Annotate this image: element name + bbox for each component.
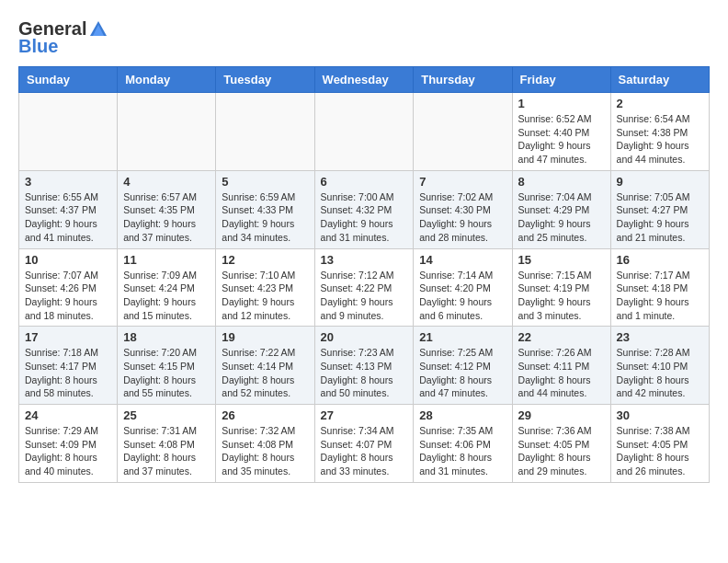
day-info: Sunrise: 6:57 AM Sunset: 4:35 PM Dayligh… xyxy=(123,190,210,245)
header-monday: Monday xyxy=(118,67,216,93)
day-info: Sunrise: 7:17 AM Sunset: 4:18 PM Dayligh… xyxy=(617,269,703,323)
calendar-day: 6Sunrise: 7:00 AM Sunset: 4:32 PM Daylig… xyxy=(314,170,414,248)
day-number: 8 xyxy=(518,175,605,189)
day-info: Sunrise: 7:02 AM Sunset: 4:30 PM Dayligh… xyxy=(419,190,506,245)
day-number: 14 xyxy=(419,253,506,267)
calendar-day: 9Sunrise: 7:05 AM Sunset: 4:27 PM Daylig… xyxy=(610,170,709,248)
day-info: Sunrise: 7:00 AM Sunset: 4:32 PM Dayligh… xyxy=(321,190,408,245)
calendar-day: 11Sunrise: 7:09 AM Sunset: 4:24 PM Dayli… xyxy=(118,248,216,327)
day-number: 3 xyxy=(25,175,111,189)
day-info: Sunrise: 7:12 AM Sunset: 4:22 PM Dayligh… xyxy=(321,269,408,323)
calendar-day: 29Sunrise: 7:36 AM Sunset: 4:05 PM Dayli… xyxy=(512,405,610,483)
calendar-day: 8Sunrise: 7:04 AM Sunset: 4:29 PM Daylig… xyxy=(512,170,610,248)
header-tuesday: Tuesday xyxy=(216,67,314,93)
day-info: Sunrise: 7:32 AM Sunset: 4:08 PM Dayligh… xyxy=(222,424,308,478)
day-number: 23 xyxy=(617,330,703,344)
page-header: General Blue xyxy=(18,18,710,57)
day-number: 27 xyxy=(321,408,408,422)
day-info: Sunrise: 7:15 AM Sunset: 4:19 PM Dayligh… xyxy=(518,269,605,323)
day-number: 25 xyxy=(123,408,210,422)
day-number: 6 xyxy=(321,175,408,189)
day-info: Sunrise: 6:59 AM Sunset: 4:33 PM Dayligh… xyxy=(222,190,308,245)
day-info: Sunrise: 6:52 AM Sunset: 4:40 PM Dayligh… xyxy=(518,112,605,167)
day-number: 17 xyxy=(25,330,111,344)
day-number: 2 xyxy=(617,97,703,110)
calendar-week-1: 1Sunrise: 6:52 AM Sunset: 4:40 PM Daylig… xyxy=(19,93,710,171)
day-info: Sunrise: 7:07 AM Sunset: 4:26 PM Dayligh… xyxy=(25,269,111,323)
day-info: Sunrise: 7:05 AM Sunset: 4:27 PM Dayligh… xyxy=(617,190,703,245)
calendar-day: 12Sunrise: 7:10 AM Sunset: 4:23 PM Dayli… xyxy=(216,248,314,327)
calendar-day: 13Sunrise: 7:12 AM Sunset: 4:22 PM Dayli… xyxy=(314,248,414,327)
calendar-day: 3Sunrise: 6:55 AM Sunset: 4:37 PM Daylig… xyxy=(19,170,118,248)
logo-icon xyxy=(88,19,108,40)
logo-blue: Blue xyxy=(18,36,58,57)
header-thursday: Thursday xyxy=(414,67,512,93)
calendar-day xyxy=(414,93,512,171)
day-info: Sunrise: 7:14 AM Sunset: 4:20 PM Dayligh… xyxy=(419,269,506,323)
day-number: 20 xyxy=(321,330,408,344)
day-info: Sunrise: 6:54 AM Sunset: 4:38 PM Dayligh… xyxy=(617,112,703,167)
calendar-week-3: 10Sunrise: 7:07 AM Sunset: 4:26 PM Dayli… xyxy=(19,248,710,327)
calendar-day xyxy=(216,93,314,171)
calendar-header-row: SundayMondayTuesdayWednesdayThursdayFrid… xyxy=(19,67,710,93)
day-info: Sunrise: 7:38 AM Sunset: 4:05 PM Dayligh… xyxy=(617,424,703,478)
day-number: 24 xyxy=(25,408,111,422)
day-info: Sunrise: 7:36 AM Sunset: 4:05 PM Dayligh… xyxy=(518,424,605,478)
day-number: 9 xyxy=(617,175,703,189)
day-number: 1 xyxy=(518,97,605,110)
day-number: 26 xyxy=(222,408,308,422)
calendar-day xyxy=(118,93,216,171)
day-number: 28 xyxy=(419,408,506,422)
calendar-day: 7Sunrise: 7:02 AM Sunset: 4:30 PM Daylig… xyxy=(414,170,512,248)
header-sunday: Sunday xyxy=(19,67,118,93)
day-number: 5 xyxy=(222,175,308,189)
day-number: 10 xyxy=(25,253,111,267)
day-number: 11 xyxy=(123,253,210,267)
day-info: Sunrise: 7:31 AM Sunset: 4:08 PM Dayligh… xyxy=(123,424,210,478)
day-number: 18 xyxy=(123,330,210,344)
day-info: Sunrise: 7:35 AM Sunset: 4:06 PM Dayligh… xyxy=(419,424,506,478)
day-number: 21 xyxy=(419,330,506,344)
calendar-week-5: 24Sunrise: 7:29 AM Sunset: 4:09 PM Dayli… xyxy=(19,405,710,483)
day-info: Sunrise: 7:25 AM Sunset: 4:12 PM Dayligh… xyxy=(419,346,506,400)
day-number: 22 xyxy=(518,330,605,344)
header-wednesday: Wednesday xyxy=(314,67,414,93)
calendar-day: 25Sunrise: 7:31 AM Sunset: 4:08 PM Dayli… xyxy=(118,405,216,483)
calendar-table: SundayMondayTuesdayWednesdayThursdayFrid… xyxy=(18,66,710,483)
calendar-day: 23Sunrise: 7:28 AM Sunset: 4:10 PM Dayli… xyxy=(610,327,709,405)
calendar-day: 28Sunrise: 7:35 AM Sunset: 4:06 PM Dayli… xyxy=(414,405,512,483)
day-info: Sunrise: 7:28 AM Sunset: 4:10 PM Dayligh… xyxy=(617,346,703,400)
calendar-day: 16Sunrise: 7:17 AM Sunset: 4:18 PM Dayli… xyxy=(610,248,709,327)
calendar-day: 14Sunrise: 7:14 AM Sunset: 4:20 PM Dayli… xyxy=(414,248,512,327)
calendar-day: 20Sunrise: 7:23 AM Sunset: 4:13 PM Dayli… xyxy=(314,327,414,405)
day-number: 15 xyxy=(518,253,605,267)
calendar-day: 15Sunrise: 7:15 AM Sunset: 4:19 PM Dayli… xyxy=(512,248,610,327)
day-number: 13 xyxy=(321,253,408,267)
day-info: Sunrise: 7:10 AM Sunset: 4:23 PM Dayligh… xyxy=(222,269,308,323)
calendar-day: 26Sunrise: 7:32 AM Sunset: 4:08 PM Dayli… xyxy=(216,405,314,483)
day-info: Sunrise: 7:23 AM Sunset: 4:13 PM Dayligh… xyxy=(321,346,408,400)
day-info: Sunrise: 7:34 AM Sunset: 4:07 PM Dayligh… xyxy=(321,424,408,478)
header-saturday: Saturday xyxy=(610,67,709,93)
day-info: Sunrise: 7:20 AM Sunset: 4:15 PM Dayligh… xyxy=(123,346,210,400)
day-info: Sunrise: 7:09 AM Sunset: 4:24 PM Dayligh… xyxy=(123,269,210,323)
day-info: Sunrise: 7:22 AM Sunset: 4:14 PM Dayligh… xyxy=(222,346,308,400)
calendar-week-2: 3Sunrise: 6:55 AM Sunset: 4:37 PM Daylig… xyxy=(19,170,710,248)
calendar-day: 18Sunrise: 7:20 AM Sunset: 4:15 PM Dayli… xyxy=(118,327,216,405)
day-number: 29 xyxy=(518,408,605,422)
calendar-day: 30Sunrise: 7:38 AM Sunset: 4:05 PM Dayli… xyxy=(610,405,709,483)
day-number: 30 xyxy=(617,408,703,422)
calendar-day: 2Sunrise: 6:54 AM Sunset: 4:38 PM Daylig… xyxy=(610,93,709,171)
calendar-week-4: 17Sunrise: 7:18 AM Sunset: 4:17 PM Dayli… xyxy=(19,327,710,405)
day-info: Sunrise: 7:29 AM Sunset: 4:09 PM Dayligh… xyxy=(25,424,111,478)
day-number: 16 xyxy=(617,253,703,267)
day-number: 7 xyxy=(419,175,506,189)
calendar-day: 19Sunrise: 7:22 AM Sunset: 4:14 PM Dayli… xyxy=(216,327,314,405)
calendar-day: 21Sunrise: 7:25 AM Sunset: 4:12 PM Dayli… xyxy=(414,327,512,405)
calendar-day xyxy=(314,93,414,171)
calendar-day: 1Sunrise: 6:52 AM Sunset: 4:40 PM Daylig… xyxy=(512,93,610,171)
calendar-day: 4Sunrise: 6:57 AM Sunset: 4:35 PM Daylig… xyxy=(118,170,216,248)
calendar-day: 22Sunrise: 7:26 AM Sunset: 4:11 PM Dayli… xyxy=(512,327,610,405)
day-number: 19 xyxy=(222,330,308,344)
day-info: Sunrise: 7:04 AM Sunset: 4:29 PM Dayligh… xyxy=(518,190,605,245)
